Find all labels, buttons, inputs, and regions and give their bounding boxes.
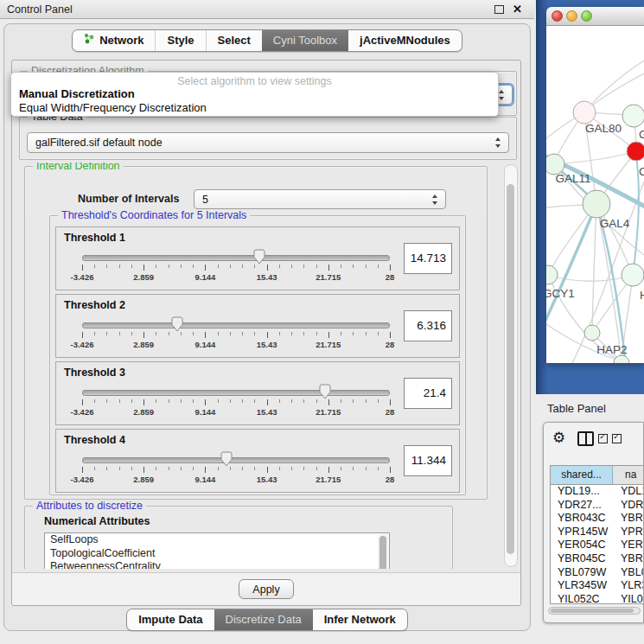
- numerical-attributes-list[interactable]: SelfLoopsTopologicalCoefficientBetweenne…: [44, 532, 390, 569]
- slider-thumb[interactable]: [319, 384, 332, 399]
- cell-shared-name[interactable]: YDR27...: [551, 499, 613, 513]
- cell-name[interactable]: YDR2: [613, 499, 644, 513]
- cell-name[interactable]: YER0: [613, 539, 644, 552]
- tab-impute-data[interactable]: Impute Data: [127, 609, 214, 630]
- slider-thumb[interactable]: [220, 451, 233, 467]
- gear-icon[interactable]: ⚙: [552, 430, 565, 447]
- tab-select[interactable]: Select: [206, 30, 262, 51]
- network-node[interactable]: [622, 105, 644, 127]
- network-node[interactable]: [573, 101, 596, 124]
- threshold-slider[interactable]: -3.4262.8599.14415.4321.71528: [82, 250, 390, 288]
- slider-tick: [193, 467, 194, 470]
- table-row[interactable]: YDL19... YDL1: [551, 485, 644, 499]
- slider-tick: [291, 332, 292, 335]
- slider-thumb[interactable]: [171, 316, 184, 332]
- zoom-traffic-light-icon[interactable]: [581, 10, 592, 22]
- table-row[interactable]: YER054C YER0: [551, 539, 644, 552]
- apply-button[interactable]: Apply: [239, 579, 294, 599]
- table-data-combobox[interactable]: galFiltered.sif default node: [27, 132, 509, 153]
- slider-track[interactable]: [82, 322, 390, 328]
- close-traffic-light-icon[interactable]: [552, 10, 563, 22]
- cell-shared-name[interactable]: YBR043C: [551, 512, 613, 526]
- node-table[interactable]: shared... na YDL19... YDL1YDR27... YDR2Y…: [550, 465, 644, 604]
- network-node[interactable]: [583, 190, 610, 218]
- cell-shared-name[interactable]: YBL079W: [551, 566, 613, 580]
- cell-shared-name[interactable]: YBR045C: [551, 552, 613, 566]
- cell-name[interactable]: YBL0: [613, 566, 644, 580]
- tab-style-label: Style: [167, 30, 194, 51]
- network-node[interactable]: [584, 325, 600, 341]
- slider-track[interactable]: [82, 390, 390, 396]
- cell-name[interactable]: YBR0: [613, 552, 644, 566]
- threshold-slider[interactable]: -3.4262.8599.14415.4321.71528: [82, 317, 390, 355]
- settings-scrollbar-thumb[interactable]: [507, 184, 514, 554]
- minimize-traffic-light-icon[interactable]: [566, 10, 577, 22]
- slider-tick-labels: -3.4262.8599.14415.4321.71528: [82, 272, 390, 283]
- tab-cyni-toolbox[interactable]: Cyni Toolbox: [262, 30, 348, 51]
- table-row[interactable]: YLR345W YLR3: [551, 579, 644, 593]
- threshold-value-field[interactable]: 6.316: [404, 310, 452, 341]
- cell-name[interactable]: YIL0: [613, 593, 644, 604]
- table-horizontal-scrollbar[interactable]: [548, 607, 641, 615]
- columns-icon[interactable]: [577, 431, 594, 446]
- slider-thumb[interactable]: [253, 249, 266, 265]
- tab-jactivemnodules[interactable]: jActiveMNodules: [348, 30, 462, 51]
- table-row[interactable]: YBL079W YBL0: [551, 566, 644, 580]
- slider-tick: [254, 467, 255, 470]
- float-window-icon[interactable]: [494, 5, 504, 14]
- tab-style[interactable]: Style: [155, 30, 205, 51]
- close-icon[interactable]: ✕: [513, 5, 522, 14]
- tab-network[interactable]: Network: [73, 30, 155, 51]
- network-node-label: GCY1: [546, 287, 575, 300]
- network-node[interactable]: [622, 264, 644, 286]
- cell-name[interactable]: YDL1: [613, 485, 644, 499]
- threshold-value-field[interactable]: 11.344: [404, 445, 452, 476]
- cell-name[interactable]: YPR1: [613, 526, 644, 539]
- number-of-intervals-combobox[interactable]: 5: [194, 189, 446, 209]
- attribute-list-item[interactable]: BetweennessCentrality: [45, 560, 389, 569]
- table-row[interactable]: YBR043C YBR0: [551, 512, 644, 526]
- threshold-panel: Threshold 2 -3.4262.8599.14415.4321.7152…: [55, 294, 460, 358]
- tab-infer-network[interactable]: Infer Network: [313, 609, 407, 630]
- network-node[interactable]: [546, 265, 558, 284]
- cell-name[interactable]: YBR0: [613, 512, 644, 526]
- slider-tick: [378, 399, 379, 403]
- settings-vertical-scrollbar[interactable]: [504, 164, 518, 567]
- column-header-name[interactable]: na: [613, 466, 644, 484]
- slider-track[interactable]: [82, 255, 390, 261]
- column-header-shared-name[interactable]: shared...: [551, 466, 613, 484]
- cell-shared-name[interactable]: YLR345W: [551, 579, 613, 593]
- option-equal-width-frequency[interactable]: Equal Width/Frequency Discretization: [19, 101, 207, 114]
- slider-track[interactable]: [82, 457, 390, 463]
- algorithm-placeholder-option[interactable]: Select algorithm to view settings: [11, 75, 498, 87]
- network-canvas[interactable]: GAL80GACGAL11GAL4GCY1HAHAP2: [546, 26, 644, 363]
- table-panel-region: Table Panel ⚙ shared... na YDL19... YDL1…: [536, 394, 644, 644]
- threshold-value-field[interactable]: 21.4: [404, 378, 452, 409]
- cell-name[interactable]: YLR3: [613, 579, 644, 593]
- table-row[interactable]: YIL052C YIL0: [551, 593, 644, 604]
- table-row[interactable]: YBR045C YBR0: [551, 552, 644, 566]
- threshold-value-field[interactable]: 14.713: [404, 243, 452, 274]
- attribute-list-item[interactable]: TopologicalCoefficient: [45, 547, 389, 561]
- cell-shared-name[interactable]: YPR145W: [551, 526, 613, 539]
- checkbox-icon[interactable]: [612, 434, 622, 443]
- slider-tick: [218, 467, 219, 470]
- threshold-slider[interactable]: -3.4262.8599.14415.4321.71528: [82, 452, 390, 490]
- table-row[interactable]: YDR27... YDR2: [551, 499, 644, 513]
- checkbox-icon[interactable]: [598, 434, 608, 443]
- attributes-list-scrollbar-thumb[interactable]: [379, 536, 386, 569]
- cell-shared-name[interactable]: YIL052C: [551, 593, 613, 604]
- threshold-slider[interactable]: -3.4262.8599.14415.4321.71528: [82, 385, 390, 423]
- table-row[interactable]: YPR145W YPR1: [551, 526, 644, 539]
- cell-shared-name[interactable]: YDL19...: [551, 485, 613, 499]
- cell-shared-name[interactable]: YER054C: [551, 539, 613, 552]
- option-manual-discretization[interactable]: Manual Discretization: [19, 87, 135, 100]
- slider-ticks: [82, 265, 390, 271]
- tab-impute-data-label: Impute Data: [138, 609, 202, 630]
- network-node[interactable]: [627, 142, 644, 161]
- attribute-list-item[interactable]: SelfLoops: [45, 533, 389, 547]
- slider-tick: [291, 399, 292, 403]
- attributes-list-scrollbar[interactable]: [378, 534, 388, 569]
- table-hscrollbar-thumb[interactable]: [551, 609, 634, 613]
- tab-discretize-data[interactable]: Discretize Data: [214, 609, 313, 630]
